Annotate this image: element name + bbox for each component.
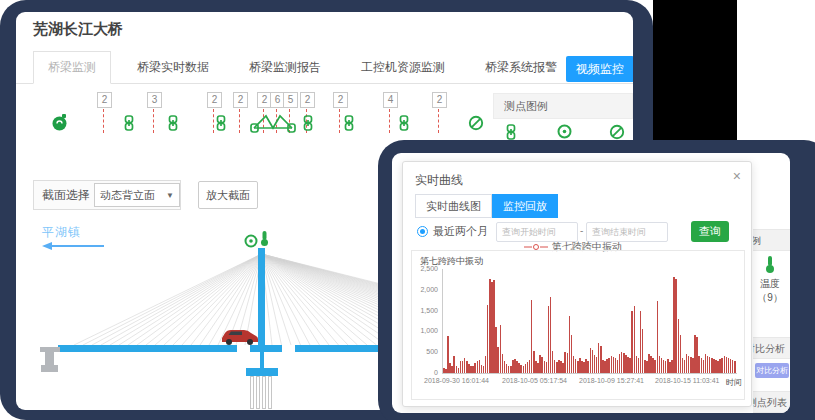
left-pier-base <box>41 365 58 372</box>
legend-panel-header: 测点图例 <box>493 93 633 119</box>
sensor-count-badge[interactable]: 5 <box>283 92 298 108</box>
modal-tab-1[interactable]: 监控回放 <box>492 194 558 218</box>
bridge-pile <box>250 376 254 409</box>
sensor-count-badge[interactable]: 4 <box>383 92 398 108</box>
y-tick-label: 1,500 <box>412 307 438 314</box>
sensor-count-badge[interactable]: 2 <box>333 92 348 108</box>
compare-analysis-button[interactable]: 对比分析 <box>755 363 789 378</box>
main-tab-2[interactable]: 桥梁监测报告 <box>235 52 335 83</box>
last-two-months-radio[interactable] <box>417 226 428 237</box>
section-select-dropdown[interactable]: 动态背立面 ▼ <box>94 183 180 207</box>
pylon-thermometer-icon[interactable] <box>259 230 270 247</box>
video-monitor-button[interactable]: 视频监控 <box>566 56 633 82</box>
main-tab-1[interactable]: 桥梁实时数据 <box>123 52 223 83</box>
deck-gap <box>282 345 295 352</box>
thermometer-icon[interactable] <box>764 255 776 274</box>
left-pier-stem <box>45 352 54 365</box>
link-sensor-icon[interactable] <box>123 115 135 135</box>
sensor-dashed-line <box>213 109 214 133</box>
sensor-dashed-line <box>239 109 240 133</box>
sensor-dashed-line <box>438 109 439 133</box>
modal-tab-0[interactable]: 实时曲线图 <box>415 194 492 218</box>
bridge-pile <box>256 376 260 409</box>
page-title: 芜湖长江大桥 <box>33 20 123 39</box>
link-sensor-icon[interactable] <box>167 115 179 135</box>
y-tick-label: 2,500 <box>412 265 438 272</box>
end-time-input[interactable] <box>586 222 668 242</box>
bridge-pile <box>268 376 272 409</box>
sensor-dashed-line <box>153 109 154 133</box>
x-axis-name: 时间 <box>726 377 742 388</box>
bridge-pile <box>262 376 266 409</box>
main-tab-0[interactable]: 桥梁监测 <box>33 51 111 84</box>
range-separator: - <box>580 225 583 236</box>
temp-label: 温度 <box>754 277 786 291</box>
sensor-count-badge[interactable]: 2 <box>233 92 248 108</box>
car-image <box>218 326 260 346</box>
strip-analysis-band: 实时对比分析 <box>753 337 790 359</box>
strip-legend-band: 测点图例 <box>753 229 790 251</box>
section-select-value: 动态背立面 <box>100 188 155 203</box>
vibration-chart: 第七跨跨中振动 05001,0001,5002,0002,500 2018-09… <box>411 250 745 400</box>
x-tick-label: 2018-09-30 16:01:44 <box>424 377 489 384</box>
pylon-gauge-icon[interactable] <box>244 234 258 248</box>
modal-title: 实时曲线 <box>415 172 463 189</box>
x-tick-label: 2018-10-15 11:03:41 <box>655 377 719 384</box>
link-sensor-icon[interactable] <box>302 115 314 135</box>
no-entry-icon[interactable] <box>468 115 484 135</box>
section-select-label: 截面选择： <box>42 187 102 204</box>
main-tabbar: 桥梁监测桥梁实时数据桥梁监测报告工控机资源监测桥梁系统报警 <box>16 55 633 84</box>
link-sensor-icon[interactable] <box>343 115 355 135</box>
sensor-dashed-line <box>103 109 104 133</box>
chart-bars <box>443 269 737 373</box>
background-black-zone <box>653 0 737 143</box>
sensor-count-badge[interactable]: 2 <box>97 92 112 108</box>
realtime-curve-modal: 实时曲线 × 实时曲线图监控回放 最近两个月 - 查询 第七跨跨中振动 第七跨跨… <box>402 161 752 407</box>
start-time-input[interactable] <box>496 222 578 242</box>
temp-count: （9） <box>752 291 788 305</box>
x-tick-label: 2018-10-09 15:27:41 <box>579 377 644 384</box>
y-tick-label: 500 <box>412 348 438 355</box>
bridge-foundation-cap <box>246 368 278 376</box>
x-tick-label: 2018-10-05 05:17:54 <box>502 377 567 384</box>
y-tick-label: 1,000 <box>412 327 438 334</box>
y-tick-label: 2,000 <box>412 286 438 293</box>
deck-gap <box>237 345 250 352</box>
main-tab-4[interactable]: 桥梁系统报警 <box>471 52 571 83</box>
radio-label: 最近两个月 <box>433 224 488 239</box>
sensor-count-badge[interactable]: 2 <box>300 92 315 108</box>
screenshot-stage: 芜湖长江大桥 桥梁监测桥梁实时数据桥梁监测报告工控机资源监测桥梁系统报警 视频监… <box>0 0 815 420</box>
sensor-dashed-line <box>339 109 340 133</box>
link-sensor-icon[interactable] <box>215 115 227 135</box>
sensor-count-badge[interactable]: 2 <box>432 92 447 108</box>
truss-sensor-icon[interactable] <box>250 112 296 137</box>
close-icon[interactable]: × <box>733 169 741 183</box>
modal-tabbar: 实时曲线图监控回放 <box>415 194 558 218</box>
y-tick-label: 0 <box>412 369 438 376</box>
chevron-down-icon: ▼ <box>166 191 174 200</box>
strip-list-band: 测点列表 <box>753 391 790 413</box>
overlay-window-frame: 测点图例 温度 （9） 实时对比分析 对比分析 测点列表 实时曲线 × 实时曲线… <box>378 140 815 420</box>
sensor-count-badge[interactable]: 3 <box>147 92 162 108</box>
overlay-window-content: 测点图例 温度 （9） 实时对比分析 对比分析 测点列表 实时曲线 × 实时曲线… <box>392 153 790 413</box>
x-axis <box>442 373 737 374</box>
sensor-count-badge[interactable]: 2 <box>207 92 222 108</box>
main-tab-3[interactable]: 工控机资源监测 <box>347 52 459 83</box>
sensor-dashed-line <box>389 109 390 133</box>
query-button[interactable]: 查询 <box>691 221 729 242</box>
link-sensor-icon[interactable] <box>398 115 410 135</box>
gauge-sensor-icon[interactable] <box>52 114 68 135</box>
enlarge-section-button[interactable]: 放大截面 <box>198 181 258 209</box>
